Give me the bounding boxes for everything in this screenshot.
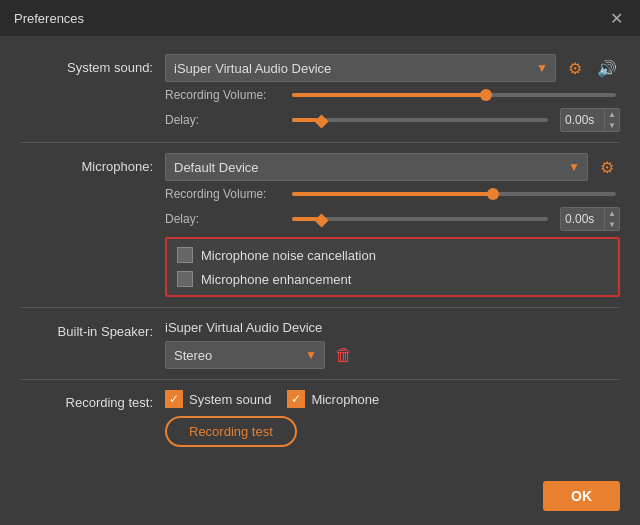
built-in-speaker-label: Built-in Speaker: <box>20 318 165 339</box>
microphone-content: Default Device ▼ ⚙ Recording Volume: <box>165 153 620 297</box>
close-button[interactable]: ✕ <box>606 8 626 28</box>
noise-cancellation-checkbox[interactable] <box>177 247 193 263</box>
microphone-section: Microphone: Default Device ▼ ⚙ Recording… <box>20 153 620 297</box>
divider-1 <box>20 142 620 143</box>
content-area: System sound: iSuper Virtual Audio Devic… <box>0 36 640 471</box>
footer: OK <box>0 471 640 525</box>
built-in-speaker-channel-row: Stereo ▼ 🗑 <box>165 341 620 369</box>
recording-test-button[interactable]: Recording test <box>165 416 297 447</box>
speaker-icon: 🔊 <box>597 59 617 78</box>
microphone-spinbox-arrows: ▲ ▼ <box>604 208 619 230</box>
preferences-dialog: Preferences ✕ System sound: iSuper Virtu… <box>0 0 640 525</box>
system-sound-delay-row: Delay: 0.00s ▲ ▼ <box>165 108 620 132</box>
ok-button[interactable]: OK <box>543 481 620 511</box>
microphone-volume-thumb[interactable] <box>487 188 499 200</box>
system-sound-volume-label: Recording Volume: <box>165 88 280 102</box>
recording-test-content: ✓ System sound ✓ Microphone Recording te… <box>165 390 620 447</box>
microphone-dropdown-wrapper: Default Device ▼ <box>165 153 588 181</box>
recording-test-label: Recording test: <box>20 390 165 410</box>
built-in-speaker-channel-wrapper: Stereo ▼ <box>165 341 325 369</box>
microphone-volume-fill <box>292 192 493 196</box>
dialog-title: Preferences <box>14 11 84 26</box>
microphone-delay-up[interactable]: ▲ <box>605 208 619 219</box>
microphone-delay-row: Delay: 0.00s ▲ ▼ <box>165 207 620 231</box>
system-sound-volume-row: Recording Volume: <box>165 88 620 102</box>
microphone-delay-thumb[interactable] <box>314 213 328 227</box>
system-sound-delay-label: Delay: <box>165 113 280 127</box>
microphone-label: Microphone: <box>20 153 165 174</box>
divider-3 <box>20 379 620 380</box>
microphone-delay-spinbox[interactable]: 0.00s ▲ ▼ <box>560 207 620 231</box>
enhancement-checkbox[interactable] <box>177 271 193 287</box>
microphone-check-label: Microphone <box>311 392 379 407</box>
enhancement-label: Microphone enhancement <box>201 272 351 287</box>
system-sound-spinbox-arrows: ▲ ▼ <box>604 109 619 131</box>
system-sound-delay-value: 0.00s <box>561 113 604 127</box>
system-sound-check[interactable]: ✓ <box>165 390 183 408</box>
system-sound-check-label: System sound <box>189 392 271 407</box>
noise-cancellation-label: Microphone noise cancellation <box>201 248 376 263</box>
system-sound-delay-up[interactable]: ▲ <box>605 109 619 120</box>
microphone-check[interactable]: ✓ <box>287 390 305 408</box>
system-sound-delay-thumb[interactable] <box>314 114 328 128</box>
system-sound-volume-fill <box>292 93 486 97</box>
microphone-delay-label: Delay: <box>165 212 280 226</box>
built-in-speaker-section: Built-in Speaker: iSuper Virtual Audio D… <box>20 318 620 369</box>
system-sound-speaker-button[interactable]: 🔊 <box>594 55 620 81</box>
microphone-gear-button[interactable]: ⚙ <box>594 154 620 180</box>
microphone-checkbox-group: Microphone noise cancellation Microphone… <box>165 237 620 297</box>
microphone-dropdown-row: Default Device ▼ ⚙ <box>165 153 620 181</box>
built-in-speaker-device: iSuper Virtual Audio Device <box>165 318 620 335</box>
microphone-delay-down[interactable]: ▼ <box>605 219 619 230</box>
microphone-dropdown[interactable]: Default Device <box>165 153 588 181</box>
recording-test-section: Recording test: ✓ System sound ✓ Microph… <box>20 390 620 447</box>
microphone-delay-slider[interactable] <box>292 217 548 221</box>
close-icon: ✕ <box>610 9 623 28</box>
system-sound-volume-thumb[interactable] <box>480 89 492 101</box>
delete-speaker-button[interactable]: 🗑 <box>331 342 357 368</box>
system-sound-label: System sound: <box>20 54 165 75</box>
gear-icon: ⚙ <box>568 59 582 78</box>
microphone-volume-row: Recording Volume: <box>165 187 620 201</box>
built-in-speaker-channel-dropdown[interactable]: Stereo <box>165 341 325 369</box>
microphone-delay-value: 0.00s <box>561 212 604 226</box>
system-sound-content: iSuper Virtual Audio Device ▼ ⚙ 🔊 Record… <box>165 54 620 132</box>
system-sound-volume-slider[interactable] <box>292 93 616 97</box>
noise-cancellation-row[interactable]: Microphone noise cancellation <box>177 247 608 263</box>
microphone-volume-label: Recording Volume: <box>165 187 280 201</box>
divider-2 <box>20 307 620 308</box>
system-sound-delay-spinbox[interactable]: 0.00s ▲ ▼ <box>560 108 620 132</box>
system-sound-dropdown-wrapper: iSuper Virtual Audio Device ▼ <box>165 54 556 82</box>
system-sound-delay-down[interactable]: ▼ <box>605 120 619 131</box>
system-sound-gear-button[interactable]: ⚙ <box>562 55 588 81</box>
system-sound-dropdown-row: iSuper Virtual Audio Device ▼ ⚙ 🔊 <box>165 54 620 82</box>
system-sound-dropdown[interactable]: iSuper Virtual Audio Device <box>165 54 556 82</box>
enhancement-row[interactable]: Microphone enhancement <box>177 271 608 287</box>
system-sound-check-row[interactable]: ✓ System sound <box>165 390 271 408</box>
system-sound-delay-slider[interactable] <box>292 118 548 122</box>
recording-test-checkboxes: ✓ System sound ✓ Microphone <box>165 390 620 408</box>
trash-icon: 🗑 <box>335 345 353 366</box>
microphone-check-row[interactable]: ✓ Microphone <box>287 390 379 408</box>
title-bar: Preferences ✕ <box>0 0 640 36</box>
system-sound-section: System sound: iSuper Virtual Audio Devic… <box>20 54 620 132</box>
microphone-gear-icon: ⚙ <box>600 158 614 177</box>
microphone-volume-slider[interactable] <box>292 192 616 196</box>
built-in-speaker-content: iSuper Virtual Audio Device Stereo ▼ 🗑 <box>165 318 620 369</box>
